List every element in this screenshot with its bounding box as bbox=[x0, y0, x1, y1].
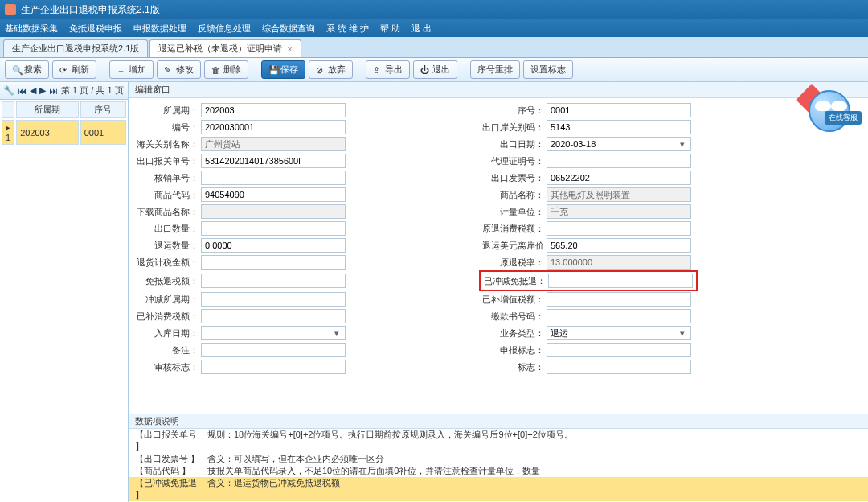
field-label: 申报标志： bbox=[482, 344, 547, 356]
field-原退税率[interactable] bbox=[547, 255, 691, 270]
tab-label: 退运已补税（未退税）证明申请 bbox=[158, 43, 282, 55]
field-商品名称[interactable] bbox=[547, 187, 691, 202]
field-备注[interactable] bbox=[201, 343, 346, 357]
reorder-button[interactable]: 序号重排 bbox=[470, 60, 520, 79]
tab-strip: 生产企业出口退税申报系统2.1版 退运已补税（未退税）证明申请 × bbox=[0, 37, 868, 58]
record-grid: 所属期 序号 ▸ 1 202003 0001 bbox=[0, 100, 128, 146]
field-审核标志[interactable] bbox=[201, 360, 346, 374]
setflag-button[interactable]: 设置标志 bbox=[523, 60, 573, 79]
trash-icon: 🗑 bbox=[211, 65, 221, 75]
field-编号[interactable] bbox=[201, 120, 346, 134]
modify-button[interactable]: ✎修改 bbox=[157, 60, 201, 79]
menu-item[interactable]: 系 统 维 护 bbox=[326, 23, 369, 35]
search-button[interactable]: 🔍搜索 bbox=[5, 60, 49, 79]
next-page-icon[interactable]: ▶ bbox=[39, 85, 46, 96]
field-核销单号[interactable] bbox=[201, 171, 346, 185]
field-退货计税金额[interactable] bbox=[201, 255, 346, 270]
field-label: 退运数量： bbox=[137, 240, 201, 252]
field-label: 退运美元离岸价： bbox=[482, 240, 547, 252]
last-page-icon[interactable]: ⏭ bbox=[49, 86, 58, 96]
help-row: 【出口报关单号 】规则：18位海关编号+[0]+2位项号。执行日期前按原规则录入… bbox=[129, 429, 868, 453]
field-标志[interactable] bbox=[547, 360, 691, 374]
field-label: 出口日期： bbox=[482, 138, 547, 150]
menu-item[interactable]: 退 出 bbox=[411, 23, 432, 35]
field-退运美元离岸价[interactable] bbox=[547, 238, 691, 253]
field-序号[interactable] bbox=[547, 103, 691, 117]
wrench-icon[interactable]: 🔧 bbox=[3, 85, 14, 96]
editor-title: 编辑窗口 bbox=[129, 82, 868, 98]
col-seq: 序号 bbox=[80, 101, 126, 118]
help-key: 【商品代码 】 bbox=[135, 465, 207, 477]
refresh-button[interactable]: ⟳刷新 bbox=[52, 60, 96, 79]
field-label: 商品名称： bbox=[482, 189, 547, 201]
help-row: 【出口发票号 】含义：可以填写，但在本企业内必须唯一区分 bbox=[129, 453, 868, 465]
field-免抵退税额[interactable] bbox=[201, 274, 346, 288]
field-label: 业务类型： bbox=[482, 327, 547, 339]
export-button[interactable]: ⇪导出 bbox=[366, 60, 410, 79]
field-label: 出口岸关别码： bbox=[482, 121, 547, 134]
field-申报标志[interactable] bbox=[547, 343, 691, 357]
col-period: 所属期 bbox=[16, 101, 79, 118]
field-出口数量[interactable] bbox=[201, 221, 346, 236]
undo-button[interactable]: ⊘放弃 bbox=[309, 60, 353, 79]
field-冲减所属期[interactable] bbox=[201, 292, 346, 307]
field-已冲减免抵退[interactable] bbox=[548, 274, 693, 288]
field-已补增值税额[interactable] bbox=[547, 292, 691, 307]
delete-button[interactable]: 🗑删除 bbox=[204, 60, 248, 79]
field-label: 标志： bbox=[482, 361, 547, 373]
menu-item[interactable]: 申报数据处理 bbox=[133, 23, 186, 35]
field-计量单位[interactable] bbox=[547, 204, 691, 219]
field-缴款书号码[interactable] bbox=[547, 309, 691, 323]
plus-icon: ＋ bbox=[117, 65, 126, 75]
field-原退消费税额[interactable] bbox=[547, 221, 691, 236]
help-key: 【出口报关单号 】 bbox=[135, 429, 207, 453]
refresh-icon: ⟳ bbox=[59, 65, 69, 75]
close-icon[interactable]: × bbox=[287, 44, 292, 54]
chevron-down-icon[interactable]: ▾ bbox=[334, 328, 339, 339]
help-key: 【已冲减免抵退 】 bbox=[135, 477, 207, 501]
prev-page-icon[interactable]: ◀ bbox=[30, 85, 36, 96]
field-代理证明号[interactable] bbox=[547, 154, 691, 168]
chevron-down-icon[interactable]: ▾ bbox=[680, 328, 685, 339]
help-value: 含义：可以填写，但在本企业内必须唯一区分 bbox=[207, 453, 862, 465]
field-出口报关单号[interactable] bbox=[201, 154, 346, 168]
field-出口发票号[interactable] bbox=[547, 171, 691, 185]
save-button[interactable]: 💾保存 bbox=[261, 60, 305, 79]
field-label: 缴款书号码： bbox=[482, 311, 547, 323]
field-出口日期[interactable] bbox=[547, 137, 691, 151]
exit-button[interactable]: ⏻退出 bbox=[413, 60, 457, 79]
menu-item[interactable]: 免抵退税申报 bbox=[69, 23, 122, 35]
pager-bar: 🔧 ⏮ ◀ ▶ ⏭ 第 1 页 / 共 1 页 bbox=[0, 82, 128, 100]
menu-item[interactable]: 反馈信息处理 bbox=[198, 23, 251, 35]
first-page-icon[interactable]: ⏮ bbox=[18, 86, 27, 96]
field-出口岸关别码[interactable] bbox=[547, 120, 691, 134]
field-label: 已补消费税额： bbox=[137, 311, 201, 323]
pager-text: 第 1 页 / 共 1 页 bbox=[61, 84, 124, 97]
menu-bar: 基础数据采集 免抵退税申报 申报数据处理 反馈信息处理 综合数据查询 系 统 维… bbox=[0, 19, 868, 37]
chevron-down-icon[interactable]: ▾ bbox=[680, 139, 685, 150]
tab-home[interactable]: 生产企业出口退税申报系统2.1版 bbox=[3, 39, 148, 57]
help-row: 【已冲减免抵退 】含义：退运货物已冲减免抵退税额 bbox=[129, 477, 868, 501]
field-label: 审核标志： bbox=[137, 361, 201, 373]
app-icon bbox=[5, 4, 16, 15]
table-row[interactable]: ▸ 1 202003 0001 bbox=[2, 120, 126, 145]
field-label: 计量单位： bbox=[482, 206, 547, 218]
search-icon: 🔍 bbox=[12, 65, 22, 75]
field-商品代码[interactable] bbox=[201, 187, 346, 202]
field-label: 海关关别名称： bbox=[137, 138, 201, 150]
field-业务类型[interactable] bbox=[547, 326, 691, 340]
menu-item[interactable]: 基础数据采集 bbox=[5, 23, 58, 35]
help-value: 含义：退运货物已冲减免抵退税额 bbox=[207, 477, 862, 501]
menu-item[interactable]: 帮 助 bbox=[380, 23, 400, 35]
field-下载商品名称[interactable] bbox=[201, 204, 346, 219]
menu-item[interactable]: 综合数据查询 bbox=[262, 23, 315, 35]
field-label: 商品代码： bbox=[137, 189, 201, 201]
tab-current[interactable]: 退运已补税（未退税）证明申请 × bbox=[149, 39, 301, 57]
field-已补消费税额[interactable] bbox=[201, 309, 346, 323]
field-海关关别名称[interactable] bbox=[201, 137, 346, 151]
field-入库日期[interactable] bbox=[201, 326, 346, 340]
add-button[interactable]: ＋增加 bbox=[109, 60, 154, 79]
field-label: 下载商品名称： bbox=[137, 206, 201, 218]
field-所属期[interactable] bbox=[201, 103, 346, 117]
field-退运数量[interactable] bbox=[201, 238, 346, 253]
